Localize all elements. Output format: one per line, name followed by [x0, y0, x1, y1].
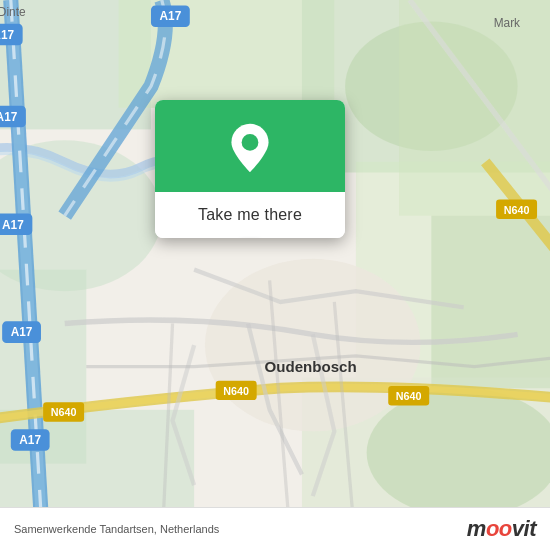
- footer: Samenwerkende Tandartsen, Netherlands mo…: [0, 507, 550, 550]
- svg-text:Dinte: Dinte: [0, 5, 26, 19]
- take-me-there-button[interactable]: Take me there: [155, 192, 345, 238]
- svg-text:N640: N640: [51, 406, 77, 418]
- svg-text:Oudenbosch: Oudenbosch: [265, 358, 357, 375]
- svg-text:A17: A17: [0, 28, 15, 42]
- svg-text:A17: A17: [11, 325, 33, 339]
- footer-attribution: Samenwerkende Tandartsen, Netherlands: [14, 523, 219, 535]
- popup-header: [155, 100, 345, 192]
- svg-rect-9: [431, 216, 550, 389]
- map-svg: A17 A17 A17 A17 A17 A17 N640 N640 N640 N…: [0, 0, 550, 550]
- svg-text:A17: A17: [160, 9, 182, 23]
- moovit-logo: moovit: [467, 516, 536, 542]
- svg-text:N640: N640: [223, 385, 249, 397]
- svg-text:A17: A17: [19, 433, 41, 447]
- svg-text:N640: N640: [504, 204, 530, 216]
- map-container: A17 A17 A17 A17 A17 A17 N640 N640 N640 N…: [0, 0, 550, 550]
- location-pin-icon: [228, 122, 272, 174]
- popup-card: Take me there: [155, 100, 345, 238]
- svg-text:N640: N640: [396, 390, 422, 402]
- svg-text:A17: A17: [2, 218, 24, 232]
- logo-text: moovit: [467, 516, 536, 542]
- attribution-text: Samenwerkende Tandartsen, Netherlands: [14, 523, 219, 535]
- svg-text:Mark: Mark: [494, 16, 520, 30]
- svg-text:A17: A17: [0, 110, 18, 124]
- svg-point-37: [242, 134, 259, 151]
